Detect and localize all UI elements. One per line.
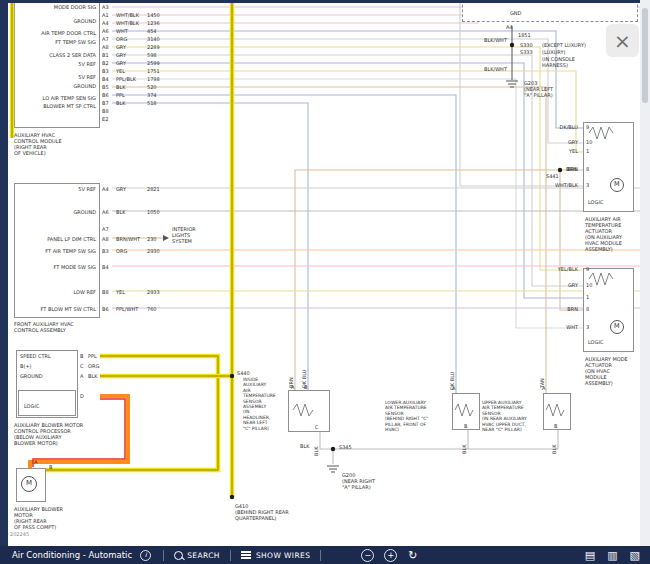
wire <box>46 356 218 470</box>
zoom-in-button[interactable]: + <box>384 549 397 562</box>
bottom-toolbar: Air Conditioning - Automatic i SEARCH SH… <box>0 546 650 564</box>
search-label: SEARCH <box>187 551 220 560</box>
wire <box>589 127 613 139</box>
show-wires-button[interactable]: SHOW WIRES <box>241 551 310 560</box>
wire <box>293 404 313 416</box>
offpage-arrow-icon <box>163 235 169 241</box>
wire <box>46 356 218 470</box>
info-icon[interactable]: i <box>140 550 151 561</box>
junction-dot <box>230 495 234 499</box>
zoom-out-button[interactable]: − <box>361 549 374 562</box>
close-button[interactable]: × <box>606 24 639 57</box>
toolbar-divider <box>320 550 321 561</box>
toolbar-divider <box>163 550 164 561</box>
vertical-scrollbar[interactable] <box>640 0 650 546</box>
scrollbar-thumb[interactable] <box>642 8 648 103</box>
print-button[interactable]: ▥ <box>607 549 617 562</box>
wire <box>546 404 564 416</box>
gallery-button[interactable]: ▤ <box>585 549 595 562</box>
wire <box>455 404 473 416</box>
wire <box>589 273 613 285</box>
wire <box>30 396 128 468</box>
junction-dot <box>331 447 335 451</box>
wires-icon <box>241 554 251 556</box>
reset-view-button[interactable]: ↻ <box>408 549 417 562</box>
wire <box>33 399 125 467</box>
diagram-title: Air Conditioning - Automatic <box>12 550 132 560</box>
search-button[interactable]: SEARCH <box>174 551 220 560</box>
search-icon <box>174 551 183 560</box>
junction-dot <box>230 374 234 378</box>
wiring-diagram-app: × MODE DOOR SIGGROUNDAIR TEMP DOOR CTRLF… <box>0 0 650 564</box>
fullscreen-button[interactable]: ▧ <box>630 549 640 562</box>
wire-layer-highlight <box>8 3 640 546</box>
motor-symbol <box>611 321 624 334</box>
show-wires-label: SHOW WIRES <box>256 551 310 560</box>
motor-symbol <box>22 477 37 492</box>
toolbar-divider <box>230 550 231 561</box>
close-icon: × <box>614 29 631 53</box>
motor-symbol <box>611 179 624 192</box>
diagram-canvas[interactable]: × MODE DOOR SIGGROUNDAIR TEMP DOOR CTRLF… <box>8 3 640 546</box>
junction-dot <box>510 43 514 47</box>
junction-dot <box>558 168 562 172</box>
